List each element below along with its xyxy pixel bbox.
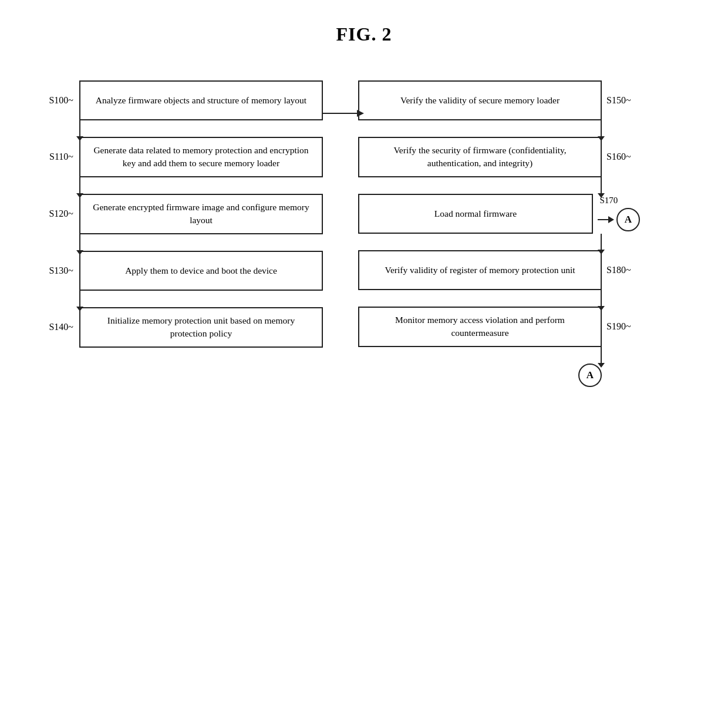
box-s130: Apply them to device and boot the device xyxy=(79,251,323,291)
label-s170: S170 xyxy=(600,196,638,206)
connector-s130-s140 xyxy=(79,291,80,307)
step-s180: Verify validity of register of memory pr… xyxy=(358,250,640,290)
step-s100: S100~ Analyze firmware objects and struc… xyxy=(41,80,323,120)
label-s190: S190~ xyxy=(602,321,640,332)
step-s130: S130~ Apply them to device and boot the … xyxy=(41,251,323,291)
connector-s120-s130 xyxy=(79,234,80,251)
right-column: Verify the validity of secure memory loa… xyxy=(358,80,640,387)
label-s130: S130~ xyxy=(41,265,79,276)
label-s180: S180~ xyxy=(602,265,640,275)
circle-a-s170: A xyxy=(616,208,640,231)
connector-s190-bottom xyxy=(601,347,602,364)
box-s100: Analyze firmware objects and structure o… xyxy=(79,80,323,120)
box-s110: Generate data related to memory protecti… xyxy=(79,137,323,177)
box-s140: Initialize memory protection unit based … xyxy=(79,307,323,348)
connector-s160-s170 xyxy=(601,177,602,194)
connector-s110-s120 xyxy=(79,177,80,194)
box-s180: Verify validity of register of memory pr… xyxy=(358,250,602,290)
box-s160: Verify the security of firmware (confide… xyxy=(358,137,602,177)
box-s150: Verify the validity of secure memory loa… xyxy=(358,80,602,120)
step-s110: S110~ Generate data related to memory pr… xyxy=(41,137,323,177)
step-s140: S140~ Initialize memory protection unit … xyxy=(41,307,323,348)
page-title: FIG. 2 xyxy=(0,0,728,45)
label-s160: S160~ xyxy=(602,152,640,162)
label-s150: S150~ xyxy=(602,95,640,106)
label-s110: S110~ xyxy=(41,152,79,162)
label-s100: S100~ xyxy=(41,95,79,106)
box-s170: Load normal firmware xyxy=(358,194,593,234)
box-s120: Generate encrypted firmware image and co… xyxy=(79,194,323,234)
step-s160: Verify the security of firmware (confide… xyxy=(358,137,640,177)
left-column: S100~ Analyze firmware objects and struc… xyxy=(41,80,323,387)
label-s140: S140~ xyxy=(41,322,79,332)
connector-s180-s190 xyxy=(601,290,602,307)
connector-s150-s160 xyxy=(601,120,602,137)
step-s190: Monitor memory access violation and perf… xyxy=(358,307,640,347)
connector-s170-s180 xyxy=(601,234,602,250)
step-s170: Load normal firmware S170 A xyxy=(358,194,640,234)
connector-s100-s110 xyxy=(79,120,80,137)
svg-marker-3 xyxy=(608,216,614,223)
step-s150: Verify the validity of secure memory loa… xyxy=(358,80,640,120)
label-s120: S120~ xyxy=(41,208,79,219)
box-s190: Monitor memory access violation and perf… xyxy=(358,307,602,347)
step-s120: S120~ Generate encrypted firmware image … xyxy=(41,194,323,234)
